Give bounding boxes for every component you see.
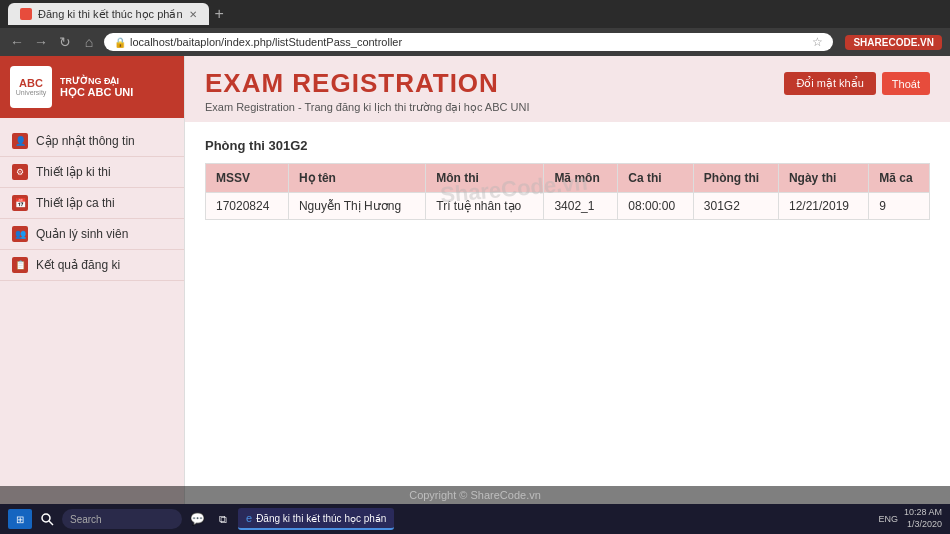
sidebar-item-capnhat[interactable]: 👤 Cập nhật thông tin bbox=[0, 126, 184, 157]
copyright-bar: Copyright © ShareCode.vn bbox=[0, 486, 950, 504]
taskbar-taskview-icon[interactable]: ⧉ bbox=[212, 508, 234, 530]
table-cell-3: 3402_1 bbox=[544, 193, 618, 220]
taskbar-right: ENG 10:28 AM 1/3/2020 bbox=[878, 507, 942, 530]
url-text: localhost/baitaplon/index.php/listStuden… bbox=[130, 36, 402, 48]
table-header-row: MSSV Họ tên Môn thi Mã môn Ca thi Phòng … bbox=[206, 164, 930, 193]
content-area: Phòng thi 301G2 MSSV Họ tên Môn thi Mã m… bbox=[185, 122, 950, 236]
main-header: EXAM REGISTRATION Exam Registration - Tr… bbox=[185, 56, 950, 122]
logo-text-block: TRƯỜNG ĐẠI HỌC ABC UNI bbox=[60, 76, 133, 99]
logo-box: ABC University bbox=[10, 66, 52, 108]
page-title: EXAM REGISTRATION bbox=[205, 68, 529, 99]
home-button[interactable]: ⌂ bbox=[80, 34, 98, 50]
table-cell-5: 301G2 bbox=[693, 193, 778, 220]
taskbar-clock: 10:28 AM 1/3/2020 bbox=[904, 507, 942, 530]
header-buttons: Đổi mật khẩu Thoát bbox=[784, 72, 930, 95]
main-content: EXAM REGISTRATION Exam Registration - Tr… bbox=[185, 56, 950, 504]
sidebar-logo: ABC University TRƯỜNG ĐẠI HỌC ABC UNI bbox=[0, 56, 184, 118]
forward-button[interactable]: → bbox=[32, 34, 50, 50]
tab-title: Đăng ki thi kết thúc học phần bbox=[38, 8, 183, 21]
logo-line2: HỌC ABC UNI bbox=[60, 86, 133, 99]
logo-line1: TRƯỜNG ĐẠI bbox=[60, 76, 133, 86]
sidebar-item-label-kithi: Thiết lập ki thi bbox=[36, 165, 111, 179]
taskbar: ⊞ Search 💬 ⧉ e Đăng ki thi kết thúc học … bbox=[0, 504, 950, 534]
sidebar-item-label-capnhat: Cập nhật thông tin bbox=[36, 134, 135, 148]
section-title: Phòng thi 301G2 bbox=[205, 138, 930, 153]
tab-close-icon[interactable]: ✕ bbox=[189, 9, 197, 20]
lock-icon: 🔒 bbox=[114, 37, 126, 48]
list-icon: 📋 bbox=[12, 257, 28, 273]
people-icon: 👥 bbox=[12, 226, 28, 242]
sidebar-menu: 👤 Cập nhật thông tin ⚙ Thiết lập ki thi … bbox=[0, 118, 184, 289]
bookmark-icon[interactable]: ☆ bbox=[812, 35, 823, 49]
address-bar[interactable]: 🔒 localhost/baitaplon/index.php/listStud… bbox=[104, 33, 833, 51]
logo-university-text: University bbox=[16, 89, 47, 96]
sidebar-item-ketquadangki[interactable]: 📋 Kết quả đăng ki bbox=[0, 250, 184, 281]
table-cell-0: 17020824 bbox=[206, 193, 289, 220]
taskbar-browser-app[interactable]: e Đăng ki thi kết thúc học phần bbox=[238, 508, 394, 530]
user-icon: 👤 bbox=[12, 133, 28, 149]
taskbar-time-display: 10:28 AM bbox=[904, 507, 942, 519]
col-ngaythi: Ngày thi bbox=[778, 164, 868, 193]
table-row: 17020824Nguyễn Thị HươngTrí tuệ nhân tạo… bbox=[206, 193, 930, 220]
sidebar-item-label-sinhvien: Quản lý sinh viên bbox=[36, 227, 128, 241]
sidebar-item-label-ketqua: Kết quả đăng ki bbox=[36, 258, 120, 272]
logout-button[interactable]: Thoát bbox=[882, 72, 930, 95]
active-tab[interactable]: Đăng ki thi kết thúc học phần ✕ bbox=[8, 3, 209, 25]
calendar-icon: 📅 bbox=[12, 195, 28, 211]
change-password-button[interactable]: Đổi mật khẩu bbox=[784, 72, 875, 95]
search-placeholder: Search bbox=[70, 514, 102, 525]
reload-button[interactable]: ↻ bbox=[56, 34, 74, 50]
svg-point-0 bbox=[42, 514, 50, 522]
sharecode-logo: SHARECODE.VN bbox=[845, 35, 942, 50]
svg-line-1 bbox=[49, 521, 53, 525]
col-hoten: Họ tên bbox=[288, 164, 425, 193]
page-subtitle: Exam Registration - Trang đăng ki lịch t… bbox=[205, 101, 529, 114]
col-cathi: Ca thi bbox=[618, 164, 694, 193]
settings-icon: ⚙ bbox=[12, 164, 28, 180]
sidebar-item-quanlysinhvien[interactable]: 👥 Quản lý sinh viên bbox=[0, 219, 184, 250]
col-monthi: Môn thi bbox=[426, 164, 544, 193]
table-cell-2: Trí tuệ nhân tạo bbox=[426, 193, 544, 220]
logo-abc-text: ABC bbox=[19, 78, 43, 89]
start-button[interactable]: ⊞ bbox=[8, 509, 32, 529]
table-cell-4: 08:00:00 bbox=[618, 193, 694, 220]
tab-favicon bbox=[20, 8, 32, 20]
sidebar-item-thietlapkithi[interactable]: ⚙ Thiết lập ki thi bbox=[0, 157, 184, 188]
taskbar-app-label: Đăng ki thi kết thúc học phần bbox=[256, 513, 386, 524]
table-cell-7: 9 bbox=[869, 193, 930, 220]
back-button[interactable]: ← bbox=[8, 34, 26, 50]
table-cell-6: 12/21/2019 bbox=[778, 193, 868, 220]
taskbar-cortana-icon[interactable]: 💬 bbox=[186, 508, 208, 530]
sidebar: ABC University TRƯỜNG ĐẠI HỌC ABC UNI 👤 … bbox=[0, 56, 185, 504]
taskbar-search-icon[interactable] bbox=[36, 508, 58, 530]
col-maca: Mã ca bbox=[869, 164, 930, 193]
col-phongthi: Phòng thi bbox=[693, 164, 778, 193]
taskbar-search-box[interactable]: Search bbox=[62, 509, 182, 529]
table-cell-1: Nguyễn Thị Hương bbox=[288, 193, 425, 220]
exam-table: MSSV Họ tên Môn thi Mã môn Ca thi Phòng … bbox=[205, 163, 930, 220]
new-tab-button[interactable]: + bbox=[215, 5, 224, 23]
col-mssv: MSSV bbox=[206, 164, 289, 193]
sidebar-item-thietlapcathi[interactable]: 📅 Thiết lập ca thi bbox=[0, 188, 184, 219]
sidebar-item-label-cathi: Thiết lập ca thi bbox=[36, 196, 115, 210]
taskbar-lang: ENG bbox=[878, 514, 898, 524]
taskbar-date-display: 1/3/2020 bbox=[904, 519, 942, 531]
col-mamon: Mã môn bbox=[544, 164, 618, 193]
